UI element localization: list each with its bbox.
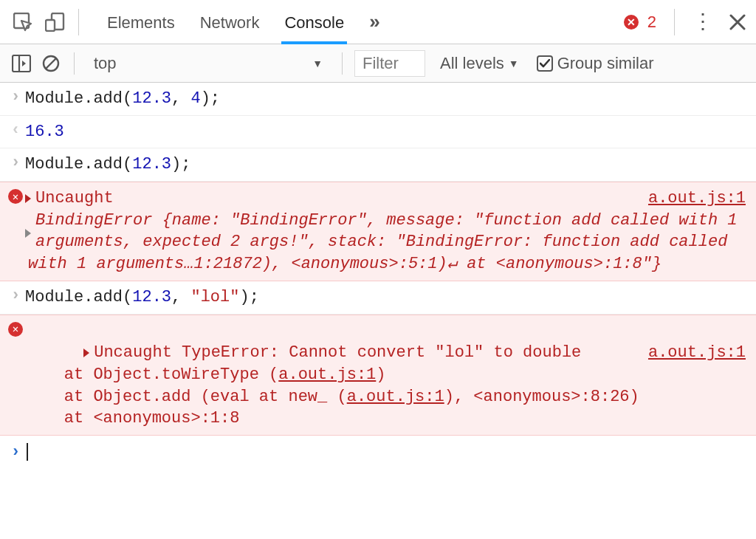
expand-caret-icon[interactable] xyxy=(25,229,31,238)
filter-placeholder: Filter xyxy=(362,54,399,73)
toolbar-separator xyxy=(74,52,75,75)
expand-caret-icon[interactable] xyxy=(25,194,31,203)
tab-network[interactable]: Network xyxy=(200,1,260,44)
error-source-link[interactable]: a.out.js:1 xyxy=(648,188,746,210)
error-badge-icon[interactable]: ✕ xyxy=(624,15,639,30)
inspect-element-icon[interactable] xyxy=(10,10,35,35)
console-input-field[interactable] xyxy=(25,443,28,461)
svg-rect-2 xyxy=(46,20,55,31)
console-result-row[interactable]: ‹ 16.3 xyxy=(0,116,756,149)
execution-context-value: top xyxy=(94,54,117,73)
expand-caret-icon[interactable] xyxy=(83,349,89,357)
console-error-text: a.out.js:1Uncaught TypeError: Cannot con… xyxy=(25,320,746,430)
filter-input[interactable]: Filter xyxy=(354,50,425,77)
toolbar-separator xyxy=(342,52,343,75)
input-prompt-icon: › xyxy=(6,88,25,106)
checkbox-checked-icon xyxy=(537,55,553,72)
toggle-device-toolbar-icon[interactable] xyxy=(43,10,68,35)
error-count[interactable]: 2 xyxy=(647,13,656,32)
console-toolbar: top ▼ Filter All levels ▼ Group similar xyxy=(0,44,756,83)
panel-tabs: Elements Network Console » xyxy=(107,1,379,44)
console-log: › Module.add(12.3, 4); ‹ 16.3 › Module.a… xyxy=(0,83,756,469)
clear-console-icon[interactable] xyxy=(40,52,62,75)
chevron-down-icon: ▼ xyxy=(509,58,519,69)
console-input-text: Module.add(12.3, "lol"); xyxy=(25,286,746,309)
svg-line-6 xyxy=(46,58,56,69)
execution-context-select[interactable]: top ▼ xyxy=(86,50,330,77)
toolbar-separator xyxy=(674,9,675,35)
result-icon: ‹ xyxy=(6,121,25,140)
toggle-console-sidebar-icon[interactable] xyxy=(10,52,32,75)
kebab-menu-icon[interactable]: ⋮ xyxy=(693,16,713,28)
error-source-link[interactable]: a.out.js:1 xyxy=(347,388,444,406)
devtools-main-toolbar: Elements Network Console » ✕ 2 ⋮ xyxy=(0,0,756,44)
tab-elements[interactable]: Elements xyxy=(107,1,175,44)
group-similar-label: Group similar xyxy=(557,54,654,73)
text-cursor xyxy=(27,443,28,461)
input-prompt-icon: › xyxy=(6,443,25,461)
svg-rect-3 xyxy=(13,55,30,72)
console-input-row[interactable]: › Module.add(12.3); xyxy=(0,148,756,182)
input-prompt-icon: › xyxy=(6,154,25,172)
console-error-text: a.out.js:1 Uncaught BindingError {name: … xyxy=(25,188,746,275)
group-similar-toggle[interactable]: Group similar xyxy=(537,54,654,73)
more-tabs-icon[interactable]: » xyxy=(369,10,378,33)
console-error-row[interactable]: ✕ a.out.js:1Uncaught TypeError: Cannot c… xyxy=(0,315,756,436)
chevron-down-icon: ▼ xyxy=(312,58,323,69)
console-error-row[interactable]: ✕ a.out.js:1 Uncaught BindingError {name… xyxy=(0,182,756,281)
error-source-link[interactable]: a.out.js:1 xyxy=(648,342,746,364)
toolbar-right-group: ✕ 2 ⋮ xyxy=(624,9,746,35)
console-prompt-row[interactable]: › xyxy=(0,436,756,469)
toolbar-separator xyxy=(78,9,79,35)
console-input-row[interactable]: › Module.add(12.3, "lol"); xyxy=(0,281,756,315)
input-prompt-icon: › xyxy=(6,286,25,305)
close-icon[interactable] xyxy=(729,14,746,30)
console-result-text: 16.3 xyxy=(25,121,746,143)
log-levels-select[interactable]: All levels ▼ xyxy=(440,54,519,73)
tab-console[interactable]: Console xyxy=(284,1,344,44)
console-input-row[interactable]: › Module.add(12.3, 4); xyxy=(0,83,756,116)
log-levels-label: All levels xyxy=(440,54,504,73)
console-input-text: Module.add(12.3); xyxy=(25,154,746,176)
error-icon: ✕ xyxy=(6,188,25,204)
error-source-link[interactable]: a.out.js:1 xyxy=(278,365,376,384)
error-icon: ✕ xyxy=(6,320,25,337)
console-input-text: Module.add(12.3, 4); xyxy=(25,88,746,110)
